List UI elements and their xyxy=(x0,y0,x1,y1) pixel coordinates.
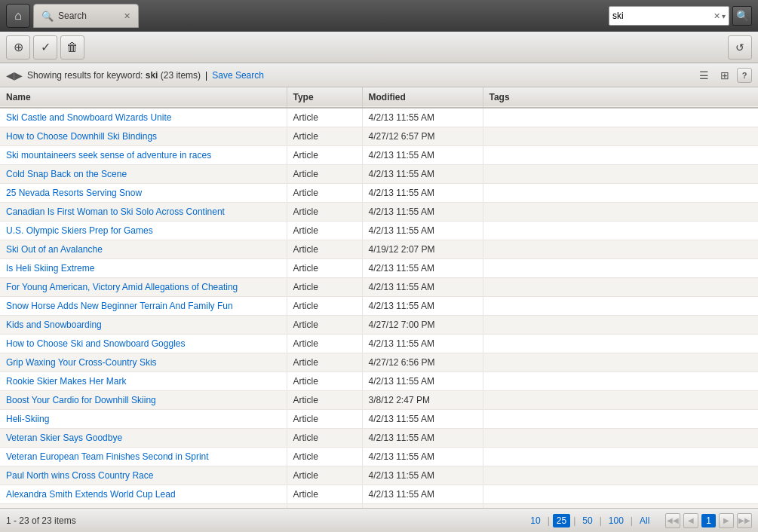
home-button[interactable]: ⌂ xyxy=(6,4,30,28)
table-row: How to Choose Ski and Snowboard Goggles … xyxy=(0,335,758,353)
save-search-link[interactable]: Save Search xyxy=(212,70,264,81)
next-page-button[interactable]: ▶ xyxy=(719,513,734,528)
item-link[interactable]: Ski mountaineers seek sense of adventure… xyxy=(6,150,211,161)
search-tab-icon: 🔍 xyxy=(41,11,54,22)
page-size-All[interactable]: All xyxy=(636,514,653,527)
search-tab[interactable]: 🔍 Search ✕ xyxy=(33,4,139,28)
item-link[interactable]: Is Heli Skiing Extreme xyxy=(6,263,94,274)
cell-tags xyxy=(483,335,758,353)
refresh-button[interactable]: ↺ xyxy=(728,35,752,60)
cell-tags xyxy=(483,391,758,410)
search-dropdown-icon[interactable]: ▾ xyxy=(722,12,726,20)
cell-name: Boost Your Cardio for Downhill Skiing xyxy=(0,391,287,410)
item-link[interactable]: Veteran European Team Finishes Second in… xyxy=(6,451,209,462)
prev-page-button[interactable]: ◀ xyxy=(683,513,698,528)
item-link[interactable]: Rookie Skier Makes Her Mark xyxy=(6,376,126,387)
cell-modified: 4/2/13 11:55 AM xyxy=(362,410,483,429)
list-view-button[interactable]: ☰ xyxy=(695,66,713,84)
item-link[interactable]: Kids and Snowboarding xyxy=(6,320,102,330)
item-link[interactable]: 25 Nevada Resorts Serving Snow xyxy=(6,188,142,198)
keyword-text: ski xyxy=(146,70,161,81)
cell-modified: 4/2/13 11:55 AM xyxy=(362,108,483,127)
table-row: Snow Horse Adds New Beginner Terrain And… xyxy=(0,297,758,316)
cell-type: Article xyxy=(287,127,362,146)
item-link[interactable]: Canadian Is First Woman to Ski Solo Acro… xyxy=(6,206,225,217)
table-row: How to Choose Downhill Ski Bindings Arti… xyxy=(0,127,758,146)
cell-name: Canadian Is First Woman to Ski Solo Acro… xyxy=(0,203,287,222)
cell-tags xyxy=(483,485,758,504)
cell-modified: 4/2/13 11:55 AM xyxy=(362,278,483,297)
cell-tags xyxy=(483,297,758,316)
first-page-button[interactable]: ◀◀ xyxy=(665,513,680,528)
cell-name: Cold Snap Back on the Scene xyxy=(0,165,287,184)
cell-type: Article xyxy=(287,429,362,448)
cell-name: Ski mountaineers seek sense of adventure… xyxy=(0,146,287,165)
cell-name: Heli-Skiing xyxy=(0,410,287,429)
page-size-50[interactable]: 50 xyxy=(578,514,596,527)
cell-modified: 3/8/12 2:47 PM xyxy=(362,391,483,410)
item-link[interactable]: Grip Waxing Your Cross-Country Skis xyxy=(6,357,157,368)
tab-close-button[interactable]: ✕ xyxy=(124,11,130,21)
item-link[interactable]: Cold Snap Back on the Scene xyxy=(6,169,127,179)
cell-modified: 4/2/13 11:55 AM xyxy=(362,485,483,504)
table-row: Kids and Snowboarding Article 4/27/12 7:… xyxy=(0,316,758,335)
cell-type: Article xyxy=(287,165,362,184)
item-link[interactable]: How to Choose Downhill Ski Bindings xyxy=(6,131,157,142)
item-link[interactable]: Alexandra Smith Extends World Cup Lead xyxy=(6,489,176,500)
page-size-25[interactable]: 25 xyxy=(553,514,570,527)
table-row: Cold Snap Back on the Scene Article 4/2/… xyxy=(0,165,758,184)
cell-modified: 4/27/12 6:57 PM xyxy=(362,127,483,146)
table-row: Canadian Is First Woman to Ski Solo Acro… xyxy=(0,203,758,222)
cell-type: Article xyxy=(287,353,362,372)
table-row: Ski Castle and Snowboard Wizards Unite A… xyxy=(0,108,758,127)
showing-prefix: Showing results for keyword: xyxy=(27,70,146,81)
cell-tags xyxy=(483,146,758,165)
cell-modified: 4/2/13 11:55 AM xyxy=(362,335,483,353)
search-clear-icon[interactable]: ✕ xyxy=(714,11,720,21)
item-link[interactable]: Boost Your Cardio for Downhill Skiing xyxy=(6,395,156,405)
item-link[interactable]: For Young American, Victory Amid Allegat… xyxy=(6,282,238,292)
cell-modified: 4/19/12 2:07 PM xyxy=(362,240,483,259)
table-row: Heli-Skiing Article 4/2/13 11:55 AM xyxy=(0,410,758,429)
page-size-separator: | xyxy=(572,515,577,526)
cell-tags xyxy=(483,410,758,429)
table-row: Alexandra Smith Extends World Cup Lead A… xyxy=(0,485,758,504)
cell-name: Veteran Skier Says Goodbye xyxy=(0,429,287,448)
help-button[interactable]: ? xyxy=(737,68,752,83)
grid-view-button[interactable]: ⊞ xyxy=(716,66,734,84)
item-link[interactable]: Ski Castle and Snowboard Wizards Unite xyxy=(6,112,171,123)
confirm-button[interactable]: ✓ xyxy=(33,35,57,60)
column-header-tags: Tags xyxy=(483,87,758,108)
item-link[interactable]: Snow Horse Adds New Beginner Terrain And… xyxy=(6,301,233,311)
item-link[interactable]: Ski Out of an Avalanche xyxy=(6,244,103,255)
page-size-separator: | xyxy=(629,515,634,526)
last-page-button[interactable]: ▶▶ xyxy=(737,513,752,528)
collapse-icon[interactable]: ◀▶ xyxy=(6,69,23,81)
add-button[interactable]: ⊕ xyxy=(6,35,30,60)
table-row: Is Heli Skiing Extreme Article 4/2/13 11… xyxy=(0,259,758,278)
search-right-area: ✕ ▾ 🔍 xyxy=(609,6,752,26)
item-link[interactable]: Paul North wins Cross Country Race xyxy=(6,470,153,481)
results-bar: ◀▶ Showing results for keyword: ski (23 … xyxy=(0,63,758,87)
search-go-button[interactable]: 🔍 xyxy=(732,6,752,26)
cell-name: Ski Castle and Snowboard Wizards Unite xyxy=(0,108,287,127)
results-bar-left: ◀▶ Showing results for keyword: ski (23 … xyxy=(6,69,690,81)
cell-type: Article xyxy=(287,466,362,485)
cell-type: Article xyxy=(287,184,362,203)
cell-tags xyxy=(483,108,758,127)
item-link[interactable]: U.S. Olympic Skiers Prep for Games xyxy=(6,225,153,236)
page-size-10[interactable]: 10 xyxy=(526,514,544,527)
delete-button[interactable]: 🗑 xyxy=(60,35,84,60)
search-input[interactable] xyxy=(612,11,714,21)
search-box-right: ✕ ▾ xyxy=(609,6,729,26)
page-size-100[interactable]: 100 xyxy=(605,514,628,527)
item-link[interactable]: How to Choose Ski and Snowboard Goggles xyxy=(6,338,185,349)
table-row: Veteran Skier Says Goodbye Article 4/2/1… xyxy=(0,429,758,448)
table-row: Ski mountaineers seek sense of adventure… xyxy=(0,146,758,165)
column-header-name: Name xyxy=(0,87,287,108)
cell-modified: 4/2/13 11:55 AM xyxy=(362,372,483,391)
item-link[interactable]: Veteran Skier Says Goodbye xyxy=(6,433,122,443)
results-text: Showing results for keyword: ski (23 ite… xyxy=(27,70,201,81)
cell-type: Article xyxy=(287,240,362,259)
item-link[interactable]: Heli-Skiing xyxy=(6,414,49,424)
